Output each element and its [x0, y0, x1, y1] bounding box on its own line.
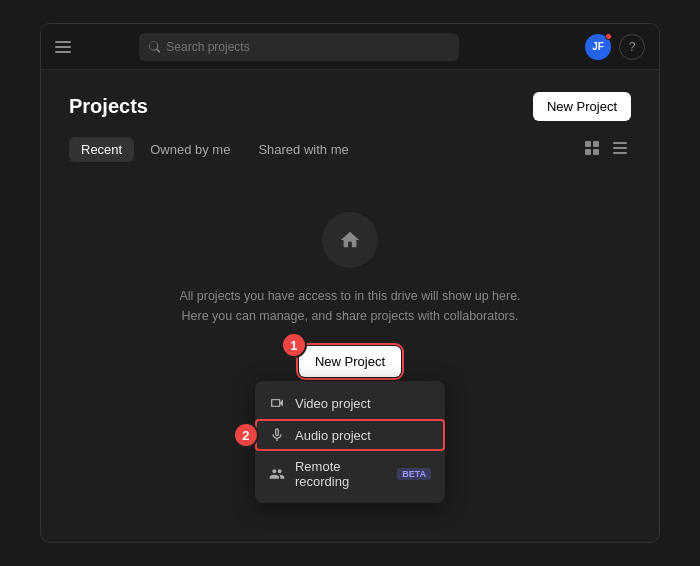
- remote-recording-label: Remote recording: [295, 459, 383, 489]
- grid-view-button[interactable]: [581, 137, 603, 162]
- notification-dot: [605, 33, 612, 40]
- home-icon-circle: [322, 212, 378, 268]
- svg-rect-1: [593, 141, 599, 147]
- beta-badge: BETA: [397, 468, 431, 480]
- video-project-label: Video project: [295, 396, 371, 411]
- search-bar[interactable]: [139, 33, 459, 61]
- empty-description: All projects you have access to in this …: [179, 286, 520, 326]
- view-toggle: [581, 137, 631, 162]
- svg-rect-2: [585, 149, 591, 155]
- avatar[interactable]: JF: [585, 34, 611, 60]
- new-project-button-top[interactable]: New Project: [533, 92, 631, 121]
- menu-icon[interactable]: [55, 41, 71, 53]
- svg-rect-0: [585, 141, 591, 147]
- new-project-button-center[interactable]: 1 New Project: [299, 346, 401, 377]
- header-right: JF ?: [585, 34, 645, 60]
- dropdown-item-remote[interactable]: Remote recording BETA: [255, 451, 445, 497]
- home-icon: [339, 229, 361, 251]
- dropdown-item-video[interactable]: Video project: [255, 387, 445, 419]
- video-icon: [269, 395, 285, 411]
- header: JF ?: [41, 24, 659, 70]
- list-view-button[interactable]: [609, 137, 631, 162]
- app-window: JF ? Projects New Project Recent Owned b…: [40, 23, 660, 543]
- tab-shared-with-me[interactable]: Shared with me: [246, 137, 360, 162]
- help-button[interactable]: ?: [619, 34, 645, 60]
- svg-rect-4: [613, 142, 627, 144]
- tab-recent[interactable]: Recent: [69, 137, 134, 162]
- search-icon: [149, 41, 160, 53]
- empty-state: All projects you have access to in this …: [69, 182, 631, 377]
- svg-rect-6: [613, 152, 627, 154]
- audio-project-label: Audio project: [295, 428, 371, 443]
- tabs-bar: Recent Owned by me Shared with me: [69, 137, 631, 162]
- svg-rect-5: [613, 147, 627, 149]
- mic-icon: [269, 427, 285, 443]
- content: Projects New Project Recent Owned by me …: [41, 70, 659, 542]
- page-title: Projects: [69, 95, 148, 118]
- tab-owned-by-me[interactable]: Owned by me: [138, 137, 242, 162]
- search-input[interactable]: [166, 40, 449, 54]
- step-badge-2: 2: [233, 422, 259, 448]
- users-icon: [269, 466, 285, 482]
- svg-rect-3: [593, 149, 599, 155]
- dropdown-menu: Video project 2 Audio project: [255, 381, 445, 503]
- page-header: Projects New Project: [69, 92, 631, 121]
- dropdown-item-audio[interactable]: 2 Audio project: [255, 419, 445, 451]
- step-badge-1: 1: [281, 332, 307, 358]
- new-project-dropdown-wrapper: 1 New Project Video project 2: [299, 346, 401, 377]
